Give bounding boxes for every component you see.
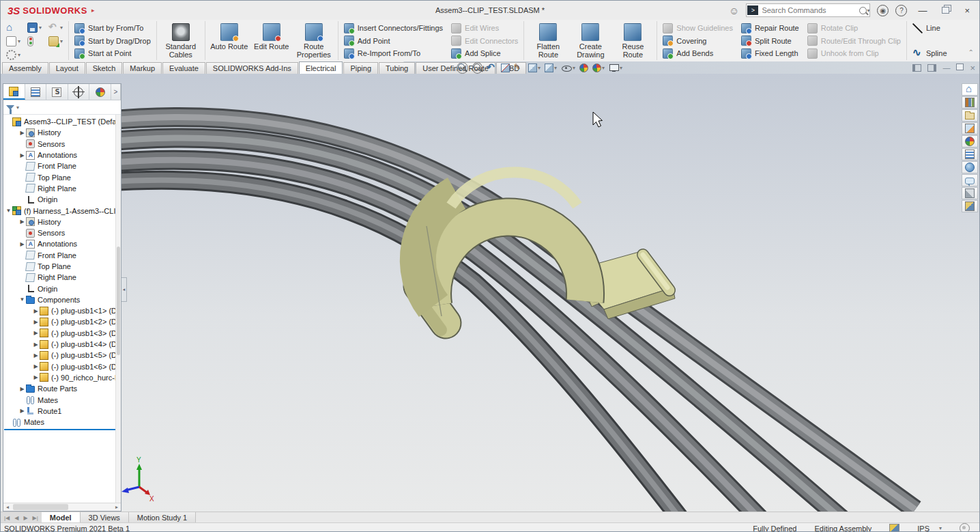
collapsed-arrow-icon[interactable]: ▶	[32, 363, 40, 369]
panel-tab-propertymanager[interactable]	[25, 84, 47, 100]
expanded-arrow-icon[interactable]: ▼	[18, 296, 26, 303]
tree-item-f-harness-1-assem3-clip-test[interactable]: ▼(f) Harness_1-Assem3--CLIP_TEST	[3, 205, 116, 216]
split-route-button[interactable]: Split Route	[741, 35, 799, 47]
edit-route-button[interactable]: Edit Route	[250, 21, 293, 60]
rebuild-button[interactable]	[27, 36, 42, 46]
routing-library-button[interactable]	[962, 187, 978, 199]
tree-item-plug-usb1-6-defau[interactable]: ▶(-) plug-usb1<6> (Defau	[3, 361, 116, 372]
tree-item-plug-usb1-1-defau[interactable]: ▶(-) plug-usb1<1> (Defau	[3, 305, 116, 316]
collapsed-arrow-icon[interactable]: ▶	[32, 330, 40, 336]
doc-tab-model[interactable]: Model	[42, 512, 81, 523]
save-button[interactable]: ▾	[27, 23, 42, 33]
tree-filter-row[interactable]: ▾	[3, 100, 121, 115]
custom-properties-button[interactable]	[962, 148, 978, 160]
dock-pane-right-icon[interactable]	[927, 64, 936, 72]
hide-show-items-button[interactable]: ▾	[561, 63, 575, 73]
feedback-smiley-icon[interactable]: ☺	[729, 5, 739, 16]
tab-solidworks-add-ins[interactable]: SOLIDWORKS Add-Ins	[206, 62, 298, 74]
doc-tab-3d-views[interactable]: 3D Views	[81, 512, 129, 523]
covering-button[interactable]: Covering	[663, 35, 733, 47]
dock-pane-left-icon[interactable]	[912, 64, 921, 72]
dropdown-caret-icon[interactable]: ▾	[620, 65, 622, 71]
dropdown-caret-icon[interactable]: ▾	[538, 65, 541, 71]
standard-cables-button[interactable]: Standard Cables	[160, 21, 202, 60]
repair-route-button[interactable]: Repair Route	[741, 22, 799, 34]
design-library-button[interactable]	[962, 96, 978, 109]
display-style-button[interactable]: ▾	[545, 63, 557, 72]
home-button[interactable]	[6, 23, 20, 33]
dropdown-caret-icon[interactable]: ▾	[60, 25, 63, 31]
scroll-left-icon[interactable]: ◂	[3, 504, 12, 510]
tree-item-origin[interactable]: Origin	[3, 194, 116, 205]
tab-assembly[interactable]: Assembly	[2, 62, 48, 74]
file-explorer-button[interactable]	[962, 109, 978, 122]
last-tab-button[interactable]: ▶|	[31, 515, 40, 521]
solidworks-menu[interactable]: 3S SOLIDWORKS ▸	[1, 1, 101, 20]
tree-item-front-plane[interactable]: Front Plane	[3, 160, 116, 171]
tree-item-front-plane[interactable]: Front Plane	[3, 250, 116, 261]
collapsed-arrow-icon[interactable]: ▶	[18, 219, 26, 225]
tab-piping[interactable]: Piping	[343, 62, 378, 74]
collapsed-arrow-icon[interactable]: ▶	[18, 386, 26, 392]
open-button[interactable]: ▾	[48, 36, 63, 46]
tree-item-top-plane[interactable]: Top Plane	[3, 261, 116, 272]
reuse-route-button[interactable]: Reuse Route	[611, 21, 654, 60]
fixed-length-button[interactable]: Fixed Length	[741, 47, 799, 59]
panel-collapse-handle[interactable]: ◂	[121, 277, 127, 302]
dropdown-caret-icon[interactable]: ▾	[554, 65, 557, 71]
start-by-from-to-button[interactable]: Start by From/To	[74, 22, 151, 34]
account-icon[interactable]: ◉	[877, 5, 889, 16]
previous-view-button[interactable]	[487, 63, 497, 73]
minimize-button[interactable]: —	[914, 5, 931, 16]
tree-item-origin[interactable]: Origin	[3, 283, 116, 294]
restore-button[interactable]	[938, 5, 953, 16]
comments-button[interactable]	[962, 174, 978, 186]
search-input[interactable]	[760, 5, 859, 15]
rollback-bar[interactable]	[4, 429, 115, 430]
line-button[interactable]: Line	[912, 22, 947, 34]
collapsed-arrow-icon[interactable]: ▶	[18, 130, 26, 136]
tab-tubing[interactable]: Tubing	[379, 62, 415, 74]
first-tab-button[interactable]: |◀	[2, 515, 12, 521]
menu-expand-icon[interactable]: ▸	[91, 7, 95, 14]
insert-connectors-fittings-button[interactable]: Insert Connectors/Fittings	[344, 22, 443, 34]
collapsed-arrow-icon[interactable]: ▶	[18, 241, 26, 247]
quick-tips-icon[interactable]	[960, 523, 970, 532]
doc-close-button[interactable]: ×	[970, 63, 975, 73]
panel-tab-configurationmanager[interactable]	[46, 84, 68, 100]
tree-item-sensors[interactable]: Sensors	[3, 227, 116, 238]
dropdown-caret-icon[interactable]: ▾	[573, 65, 575, 71]
doc-minimize-button[interactable]: —	[942, 64, 950, 72]
scroll-right-icon[interactable]: ▸	[113, 504, 121, 510]
panel-tab-featuremanager[interactable]	[3, 84, 25, 100]
dropdown-caret-icon[interactable]: ▾	[18, 52, 20, 58]
add-bends-button[interactable]: Add Bends	[663, 47, 733, 59]
tab-electrical[interactable]: Electrical	[299, 61, 343, 74]
panel-tab-displaymanager[interactable]	[89, 84, 111, 100]
spline-button[interactable]: Spline	[912, 47, 947, 59]
collapsed-arrow-icon[interactable]: ▶	[18, 408, 26, 414]
search-caret-icon[interactable]: ▾	[867, 8, 869, 14]
tree-item-top-plane[interactable]: Top Plane	[3, 171, 116, 182]
prev-tab-button[interactable]: ◀	[12, 515, 20, 521]
tab-markup[interactable]: Markup	[123, 62, 162, 74]
tree-item-plug-usb1-5-defau[interactable]: ▶(-) plug-usb1<5> (Defau	[3, 350, 116, 361]
collapsed-arrow-icon[interactable]: ▶	[32, 352, 40, 359]
tree-item-90-richco-hurc-medii[interactable]: ▶(-) 90_richco_hurc-MEDII	[3, 372, 116, 383]
graphics-area[interactable]: Y Z X	[1, 74, 980, 512]
create-drawing-button[interactable]: Create Drawing	[569, 21, 611, 60]
collapsed-arrow-icon[interactable]: ▶	[32, 341, 40, 348]
tree-item-components[interactable]: ▼Components	[3, 294, 116, 305]
apply-scene-button[interactable]: ▾	[592, 63, 605, 72]
dropdown-caret-icon[interactable]: ▾	[39, 25, 42, 31]
expanded-arrow-icon[interactable]: ▼	[5, 208, 12, 214]
tree-item-plug-usb1-3-defau[interactable]: ▶(-) plug-usb1<3> (Defau	[3, 328, 116, 339]
tree-item-mates[interactable]: Mates	[3, 394, 116, 405]
tree-horizontal-scrollbar[interactable]: ◂ ▸	[3, 503, 121, 511]
help-icon[interactable]: ?	[895, 5, 907, 16]
tree-item-plug-usb1-2-defau[interactable]: ▶(-) plug-usb1<2> (Defau	[3, 316, 116, 327]
collapse-ribbon-icon[interactable]: ⌃	[968, 48, 974, 56]
start-at-point-button[interactable]: Start at Point	[74, 47, 151, 59]
solidworks-forum-button[interactable]	[962, 161, 978, 173]
tree-item-route1[interactable]: ▶Route1	[3, 406, 116, 417]
